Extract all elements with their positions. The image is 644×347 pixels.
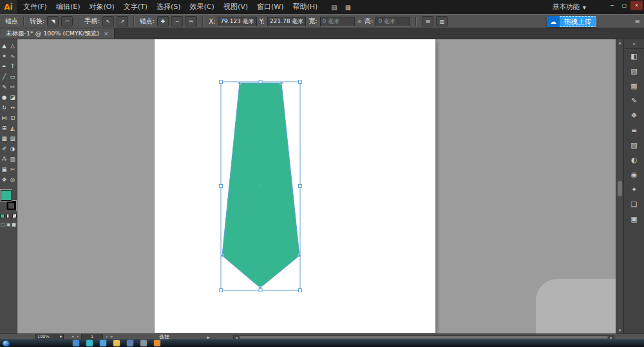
horizontal-scroll-thumb[interactable] — [240, 336, 608, 339]
minimize-button[interactable]: ─ — [606, 1, 618, 10]
symbols-panel-icon[interactable]: ❖ — [624, 108, 644, 123]
menu-item-type[interactable]: 文字(T) — [119, 0, 152, 14]
previous-artboard-icon[interactable]: ‹ — [77, 334, 79, 339]
color-panel-icon[interactable]: ◧ — [624, 49, 644, 64]
tool-blob-brush-tool[interactable]: ● — [0, 92, 8, 102]
menu-item-select[interactable]: 选择(S) — [152, 0, 185, 14]
tool-slice-tool[interactable]: ✂ — [8, 164, 17, 174]
tool-eyedropper-tool[interactable]: ✐ — [0, 144, 8, 154]
convert-to-smooth-button[interactable]: ◠ — [61, 16, 73, 26]
toolbar-gradient-button[interactable] — [6, 214, 11, 218]
show-handles-button[interactable]: ↖ — [102, 16, 114, 26]
tool-line-segment-tool[interactable]: ╱ — [0, 71, 8, 82]
taskbar-app-2[interactable] — [86, 340, 93, 346]
link-dimensions-icon[interactable]: ∞ — [357, 18, 363, 24]
tool-pencil-tool[interactable]: ✏ — [8, 82, 17, 92]
tie-shape[interactable] — [222, 83, 299, 288]
tool-perspective-grid-tool[interactable]: ◭ — [8, 123, 17, 133]
taskbar-app-7[interactable] — [154, 340, 160, 346]
tool-rectangle-tool[interactable]: ▭ — [8, 71, 17, 82]
toolbar-none-button[interactable] — [12, 214, 17, 218]
menu-item-view[interactable]: 视图(V) — [219, 0, 252, 14]
width-input[interactable]: 0 毫米 — [320, 17, 355, 26]
anchor-point[interactable] — [280, 82, 283, 84]
tool-eraser-tool[interactable]: ◪ — [8, 92, 17, 102]
menu-item-help[interactable]: 帮助(H) — [288, 0, 322, 14]
document-layout-icon[interactable]: ▤ — [331, 4, 337, 11]
stroke-panel-icon[interactable]: ≡ — [624, 123, 644, 138]
selection-handle[interactable] — [220, 289, 223, 292]
transform-icon[interactable]: ⊞ — [422, 16, 433, 26]
canvas-area[interactable] — [17, 39, 616, 333]
taskbar-app-3[interactable] — [100, 340, 106, 346]
tool-hand-tool[interactable]: ✥ — [0, 174, 8, 185]
tool-paintbrush-tool[interactable]: ✎ — [0, 82, 8, 92]
taskbar-app-1[interactable] — [73, 340, 79, 346]
menu-item-edit[interactable]: 编辑(E) — [52, 0, 85, 14]
taskbar-app-5[interactable] — [127, 340, 133, 346]
x-input[interactable]: 79.123 毫米 — [218, 17, 256, 26]
graphic-styles-panel-icon[interactable]: ✦ — [624, 182, 644, 197]
scroll-up-icon[interactable]: ▲ — [616, 39, 623, 46]
menu-item-effect[interactable]: 效果(C) — [185, 0, 219, 14]
menu-item-file[interactable]: 文件(F) — [19, 0, 52, 14]
tab-close-icon[interactable]: × — [104, 30, 109, 37]
anchor-point[interactable] — [298, 254, 301, 257]
brushes-panel-icon[interactable]: ✎ — [624, 93, 644, 108]
toolbar-color-button[interactable] — [0, 214, 5, 218]
remove-anchor-button[interactable]: ╌ — [171, 16, 183, 26]
full-screen-mode-icon[interactable]: ■ — [12, 222, 16, 227]
y-input[interactable]: 221.78 毫米 — [267, 17, 306, 26]
tool-free-transform-tool[interactable]: ⊡ — [8, 113, 17, 123]
arrange-documents-icon[interactable]: ▦ — [345, 4, 351, 11]
drag-upload-button[interactable]: ☁ 拖拽上传 — [547, 16, 596, 27]
workspace-switcher[interactable]: 基本功能 ▾ — [553, 0, 586, 14]
convert-to-corner-button[interactable]: ◥ — [47, 16, 59, 26]
tool-magic-wand-tool[interactable]: ✶ — [0, 51, 8, 61]
transparency-panel-icon[interactable]: ◐ — [624, 153, 644, 167]
collapse-panels-icon[interactable]: « — [624, 39, 644, 49]
start-button[interactable] — [2, 340, 10, 347]
selection-handle[interactable] — [299, 185, 302, 188]
anchor-point[interactable] — [221, 254, 223, 257]
align-icon[interactable]: ▥ — [436, 16, 448, 26]
hide-handles-button[interactable]: ↗ — [117, 16, 128, 26]
control-panel-menu-icon[interactable]: ≡ — [635, 18, 640, 25]
height-input[interactable]: 0 毫米 — [375, 17, 410, 26]
tool-artboard-tool[interactable]: ▣ — [0, 164, 8, 174]
appearance-panel-icon[interactable]: ◉ — [624, 167, 644, 182]
menu-item-window[interactable]: 窗口(W) — [252, 0, 288, 14]
tool-type-tool[interactable]: T — [8, 61, 17, 71]
first-artboard-icon[interactable]: « — [71, 334, 74, 339]
tool-shape-builder-tool[interactable]: ⊞ — [0, 123, 8, 133]
selection-handle[interactable] — [259, 80, 262, 84]
document-tab[interactable]: 未标题-1* @ 100% (CMYK/预览) × — [0, 28, 115, 39]
anchor-point[interactable] — [238, 82, 241, 84]
color-guide-panel-icon[interactable]: ▧ — [624, 64, 644, 79]
selection-handle[interactable] — [220, 185, 223, 188]
tool-pen-tool[interactable]: ✒ — [0, 61, 8, 71]
tool-zoom-tool[interactable]: ◎ — [8, 174, 17, 185]
taskbar-app-6[interactable] — [140, 340, 147, 346]
restore-button[interactable]: ▢ — [618, 1, 630, 10]
anchor-point[interactable] — [259, 286, 261, 289]
vertical-scroll-thumb[interactable] — [618, 181, 622, 196]
tool-gradient-tool[interactable]: ▨ — [8, 133, 17, 144]
next-artboard-icon[interactable]: › — [106, 334, 108, 339]
tool-scale-tool[interactable]: ↔ — [8, 102, 17, 113]
tool-blend-tool[interactable]: ◑ — [8, 144, 17, 154]
selection-handle[interactable] — [220, 80, 223, 84]
stroke-swatch[interactable] — [6, 201, 16, 211]
tool-width-tool[interactable]: ⋈ — [0, 113, 8, 123]
tool-direct-selection-tool[interactable]: △ — [8, 41, 17, 51]
fill-swatch[interactable] — [1, 190, 12, 201]
gradient-panel-icon[interactable]: ▨ — [624, 138, 644, 153]
tool-selection-tool[interactable]: ▲ — [0, 41, 8, 51]
selection-handle[interactable] — [299, 289, 302, 292]
scroll-down-icon[interactable]: ▼ — [616, 327, 623, 333]
artboard[interactable] — [155, 39, 435, 333]
artboards-panel-icon[interactable]: ▣ — [624, 212, 644, 227]
menu-item-object[interactable]: 对象(O) — [84, 0, 118, 14]
full-screen-menu-mode-icon[interactable]: ▣ — [6, 222, 11, 227]
tool-mesh-tool[interactable]: ▦ — [0, 133, 8, 144]
